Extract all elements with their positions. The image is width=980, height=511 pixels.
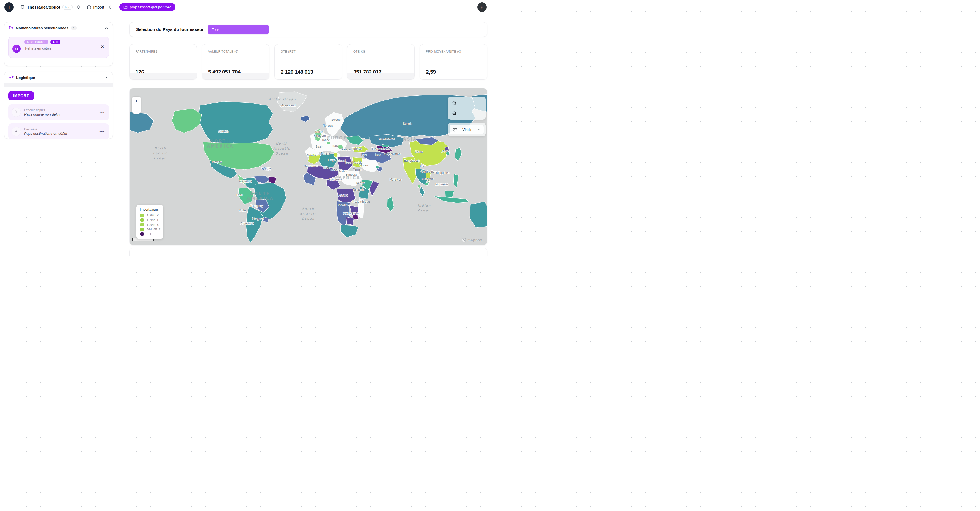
map-label-malaysia: Malaysia xyxy=(422,178,434,181)
origin-label: Expédié depuis xyxy=(24,108,60,111)
kpi-card: PRIX MOYEN/UNITÉ (€) 2,59 xyxy=(420,44,487,80)
kpi-card: VALEUR TOTALE (€) 5 492 051 704 xyxy=(202,44,269,80)
project-switcher[interactable] xyxy=(108,5,112,9)
legend-item: 0 € xyxy=(140,232,160,236)
map-label-iraq: Iraq xyxy=(361,153,366,156)
collapse-chevron-up-icon[interactable] xyxy=(105,76,108,80)
legend-swatch xyxy=(140,218,144,222)
map-label-ocean: Ocean xyxy=(302,217,315,221)
magnifier-plus-button[interactable] xyxy=(451,99,458,107)
import-mode-button[interactable]: IMPORT xyxy=(8,91,34,100)
origin-row[interactable]: Expédié depuis Pays origine non défini ●… xyxy=(8,104,109,120)
collapse-chevron-up-icon[interactable] xyxy=(105,26,108,30)
mapbox-attribution[interactable]: mapbox xyxy=(462,238,482,242)
project-button[interactable]: projet-import-groupe-9tf4e xyxy=(119,3,175,11)
map-zoom-in-button[interactable]: + xyxy=(132,97,141,105)
kpi-label: PARTENAIRES xyxy=(135,50,158,53)
palette-select-value: Viridis xyxy=(460,127,475,132)
legend-swatch xyxy=(140,228,144,231)
map-label-sweden: Sweden xyxy=(331,118,342,121)
map-label-north: North xyxy=(154,146,166,150)
map-label-laos: Laos xyxy=(420,165,426,168)
destination-menu-button[interactable]: ●●● xyxy=(99,130,105,133)
supplier-country-select[interactable]: Tous xyxy=(208,25,269,34)
zoom-in-magnifier-icon xyxy=(452,101,457,105)
flag-icon xyxy=(11,127,21,136)
map-label-philippines: Philippines xyxy=(434,171,449,174)
map-label-namibia: Namibia xyxy=(338,204,349,207)
app-selector-label: Import xyxy=(93,5,104,10)
flag-icon xyxy=(11,108,21,117)
map-label-canada: Canada xyxy=(218,130,228,133)
world-map-card: Arctic OceanGreenlandNorthPacificOceanNo… xyxy=(129,88,487,245)
world-map[interactable]: Arctic OceanGreenlandNorthPacificOceanNo… xyxy=(129,88,487,245)
legend-item: 1.9Md € xyxy=(140,218,160,222)
palette-select[interactable]: Viridis xyxy=(450,124,484,134)
destination-row[interactable]: Destiné à Pays destination non défini ●●… xyxy=(8,124,109,139)
map-label-north: North xyxy=(276,142,288,145)
map-label-ocean: Ocean xyxy=(275,152,288,155)
logistique-header[interactable]: Logistique xyxy=(5,72,113,83)
nomenclatures-header[interactable]: Nomenclatures sélectionnées 1 xyxy=(5,22,113,33)
map-label-niger: Niger xyxy=(323,166,331,169)
map-label-cuba: Cuba xyxy=(264,167,271,170)
workspace-switcher[interactable] xyxy=(76,5,81,9)
map-label-turkmenistan: Turkmenistan xyxy=(371,147,390,150)
kpi-label: PRIX MOYEN/UNITÉ (€) xyxy=(426,50,461,53)
destination-value: Pays destination non défini xyxy=(24,132,67,135)
map-label-france: France xyxy=(321,138,330,142)
map-label-indonesia: Indonesia xyxy=(435,183,449,186)
supplier-filter-label: Selection du Pays du fournisseur xyxy=(136,27,204,32)
origin-value: Pays origine non défini xyxy=(24,112,60,116)
divider xyxy=(5,33,113,33)
remove-nomenclature-button[interactable]: ✕ xyxy=(101,45,104,49)
map-label-america: AMERICA xyxy=(207,144,234,149)
map-label-ethiopia: Ethiopia xyxy=(346,173,357,176)
map-label-yemen: Yemen xyxy=(353,168,362,171)
app-selector[interactable]: Import xyxy=(87,5,104,10)
map-label-arctic-ocean: Arctic Ocean xyxy=(269,98,296,101)
map-label-cameroon: Cameroon xyxy=(329,178,343,181)
map-label-morocco: Morocco xyxy=(307,154,318,157)
avatar-initial: P xyxy=(480,5,483,10)
app-logo-initial: T xyxy=(8,5,10,10)
map-label-kazakhstan: Kazakhstan xyxy=(379,137,395,140)
supplier-filter-card: Selection du Pays du fournisseur Tous xyxy=(129,22,487,37)
folder-open-icon xyxy=(9,26,13,30)
map-label-afghanistan: Afghanistan xyxy=(384,153,401,156)
mapbox-wordmark: mapbox xyxy=(468,238,482,242)
map-label-china: China xyxy=(415,150,423,153)
map-label-japan: Japan xyxy=(442,150,450,153)
map-label-america: AMERICA xyxy=(247,196,274,201)
kpi-value: 2,59 xyxy=(426,69,436,75)
map-label-atlantic: Atlantic xyxy=(273,147,290,150)
status-badge: Actif xyxy=(50,40,60,44)
kpi-value: 2 120 148 013 xyxy=(281,69,313,75)
map-label-united: United xyxy=(315,131,325,134)
map-label-mexico: Mexico xyxy=(212,161,222,164)
map-label-indian: Indian xyxy=(418,204,431,207)
map-label-mauritania: Mauritania xyxy=(304,165,318,168)
nomenclatures-panel: Nomenclatures sélectionnées 1 61 6109100… xyxy=(4,22,113,66)
map-label-paraguay: Paraguay xyxy=(250,204,263,207)
map-label-atlantic: Atlantic xyxy=(300,212,317,216)
nomenclature-item[interactable]: 61 6109100000 Actif T-shirts en coton ✕ xyxy=(8,37,109,58)
user-avatar[interactable]: P xyxy=(477,3,487,12)
map-label-tanzania: Tanzania xyxy=(353,188,365,191)
legend-swatch xyxy=(140,232,144,236)
map-label-cambodia: Cambodia xyxy=(421,170,435,173)
project-button-label: projet-import-groupe-9tf4e xyxy=(130,5,171,9)
magnifier-minus-button[interactable] xyxy=(451,110,458,117)
hs-code-chip: 6109100000 xyxy=(24,40,48,44)
layers-icon xyxy=(87,5,91,10)
origin-menu-button[interactable]: ●●● xyxy=(99,111,105,114)
map-label-greenland: Greenland xyxy=(281,104,296,107)
map-label-south: South xyxy=(302,207,314,211)
map-label-tunisia: Tunisia xyxy=(320,152,330,155)
map-zoom-out-button[interactable]: − xyxy=(132,105,141,114)
map-label-north: NORTH xyxy=(210,139,231,144)
map-label-chad: Chad xyxy=(330,169,337,172)
map-label-iran: Iran xyxy=(375,153,381,156)
kpi-label: VALEUR TOTALE (€) xyxy=(208,50,239,53)
kpi-footer-band xyxy=(347,73,414,80)
